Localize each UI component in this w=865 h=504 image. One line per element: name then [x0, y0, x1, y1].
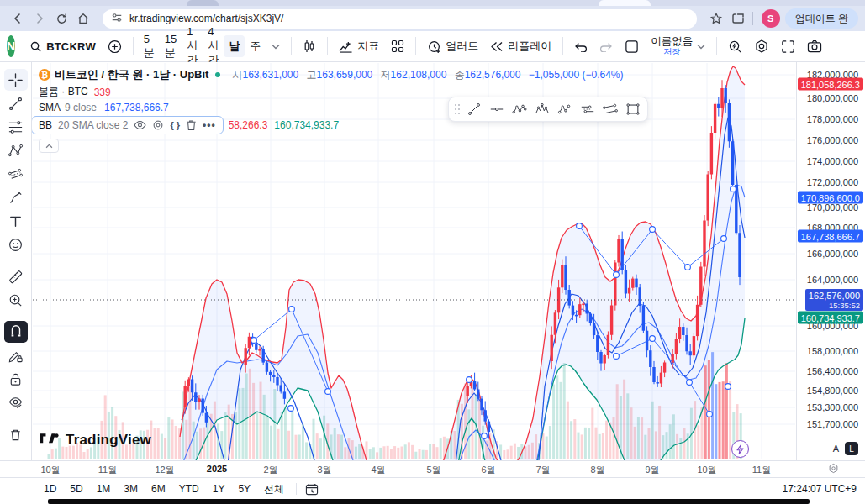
symbol-search-button[interactable]: BTCKRW [24, 37, 102, 56]
price-axis[interactable]: A L 182,000,000180,000,000178,000,000176… [796, 62, 865, 460]
range-전체[interactable]: 전체 [259, 480, 289, 499]
bb-more-icon[interactable]: ••• [203, 119, 216, 131]
time-tick: 3월 [317, 464, 331, 476]
auto-scale-button[interactable]: A [831, 443, 841, 454]
bb-delete-icon[interactable] [186, 119, 197, 131]
horizontal-line-quick-tool[interactable] [485, 98, 508, 120]
price-tick: 176,000,000 [807, 135, 858, 145]
channel-tool[interactable] [4, 163, 28, 185]
quick-search-button[interactable] [722, 36, 748, 57]
tradingview-logo-icon [40, 433, 61, 447]
time-axis[interactable]: 10월11월12월20252월3월4월5월6월7월8월9월10월11월 [0, 460, 865, 477]
trend-line-tool[interactable] [4, 92, 28, 114]
range-1D[interactable]: 1D [39, 480, 61, 497]
chart-style-button[interactable] [297, 36, 322, 56]
range-1Y[interactable]: 1Y [208, 480, 230, 497]
timeframe-주[interactable]: 주 [245, 35, 266, 57]
brush-tool[interactable] [4, 186, 28, 208]
fib-retracement-tool[interactable] [4, 116, 28, 138]
range-3M[interactable]: 3M [119, 480, 143, 497]
elliott-wave-quick-tool[interactable] [530, 98, 553, 120]
bb-visibility-icon[interactable] [134, 120, 146, 130]
range-YTD[interactable]: YTD [174, 480, 204, 497]
emoji-tool[interactable] [4, 234, 28, 255]
lock-all-tool[interactable] [4, 368, 28, 390]
trend-line-quick-tool[interactable] [462, 98, 485, 120]
range-5Y[interactable]: 5Y [233, 480, 256, 497]
legend-collapse-button[interactable] [39, 139, 59, 153]
layout-select-button[interactable] [619, 36, 645, 57]
chart-canvas[interactable]: ₿ 비트코인 / 한국 원 · 1날 · UpBit 시163,631,000 … [32, 62, 796, 460]
fullscreen-button[interactable] [775, 36, 801, 57]
snapshot-button[interactable] [801, 36, 828, 56]
disjoint-channel-quick-tool[interactable] [576, 98, 599, 120]
zoom-in-tool[interactable] [4, 289, 28, 311]
price-tick: 178,000,000 [807, 114, 858, 124]
timezone-clock[interactable]: 17:24:07 UTC+9 [783, 483, 857, 495]
volume-label: 볼륨 · BTC [39, 85, 88, 99]
time-tick: 12월 [155, 464, 174, 476]
timeframe-5분[interactable]: 5분 [139, 29, 160, 64]
bb-settings-icon[interactable] [152, 119, 164, 131]
hide-drawings-tool[interactable] [4, 391, 28, 413]
indicator-price-badge: 181,058,266.3 [798, 78, 863, 91]
update-label: 업데이트 완 [795, 12, 848, 26]
parallel-channel-quick-tool[interactable] [599, 98, 621, 120]
drawing-mode-lock-tool[interactable] [4, 344, 28, 366]
magnet-tool[interactable] [4, 321, 28, 343]
timeframe-날[interactable]: 날 [224, 35, 245, 57]
abcd-pattern-quick-tool[interactable] [553, 98, 576, 120]
side-panel-icon[interactable] [727, 8, 749, 29]
layout-name-button[interactable]: 이름없음 저장 [645, 33, 711, 60]
profile-avatar[interactable]: S [762, 9, 780, 28]
alert-button[interactable]: 얼러트 [421, 35, 484, 57]
tradingview-header: N BTCKRW 5분15분1시간4시간날주 지표 [0, 31, 865, 62]
remove-drawings-tool[interactable] [4, 423, 28, 445]
bb-source-code-icon[interactable]: { } [170, 120, 180, 130]
log-scale-button[interactable]: L [845, 442, 858, 455]
indicators-label: 지표 [357, 39, 379, 54]
last-price-badge: 162,576,00015:35:52 [805, 289, 863, 311]
compare-add-button[interactable] [102, 36, 128, 57]
browser-active-tab[interactable] [599, 0, 651, 6]
symbol-label: BTCKRW [46, 40, 96, 53]
axis-settings-icon[interactable] [828, 463, 839, 475]
range-6M[interactable]: 6M [146, 480, 171, 497]
replay-button[interactable]: 리플레이 [484, 35, 557, 57]
text-tool[interactable] [4, 210, 28, 232]
undo-button[interactable] [568, 38, 593, 55]
fullscreen-icon [781, 39, 795, 54]
bottom-strip [48, 499, 810, 504]
indicators-icon [339, 40, 353, 53]
range-5D[interactable]: 5D [65, 480, 87, 497]
symbol-title[interactable]: 비트코인 / 한국 원 · 1날 · UpBit [55, 67, 208, 82]
candles-icon [303, 39, 316, 53]
bb-upper-value: 58,266.3 [229, 119, 268, 131]
timeframe-dropdown[interactable] [266, 40, 286, 53]
chrome-update-button[interactable]: 업데이트 완 [785, 8, 858, 29]
range-1M[interactable]: 1M [92, 480, 116, 497]
change-value: −1,055,000 (−0.64%) [529, 69, 624, 81]
time-tick: 11월 [752, 464, 771, 476]
timeframe-15분[interactable]: 15분 [160, 29, 182, 64]
pattern-tool[interactable] [4, 139, 28, 161]
browser-tab[interactable] [187, 0, 219, 6]
browser-tab-strip [0, 0, 865, 6]
bookmark-star-icon[interactable] [705, 8, 727, 29]
instant-trading-icon[interactable] [731, 440, 749, 458]
templates-button[interactable] [385, 36, 410, 56]
indicators-button[interactable]: 지표 [333, 35, 385, 57]
sma-params: 9 close [65, 102, 97, 113]
user-menu-avatar[interactable]: N [7, 35, 15, 57]
xabcd-pattern-quick-tool[interactable] [508, 98, 530, 120]
time-tick: 8월 [590, 464, 604, 476]
redo-button[interactable] [593, 38, 619, 55]
gear-icon [754, 39, 769, 54]
crosshair-tool[interactable] [4, 69, 28, 91]
drag-handle-icon[interactable] [452, 98, 462, 120]
go-to-date-icon[interactable] [305, 483, 319, 496]
measure-tool[interactable] [4, 265, 28, 287]
rectangle-quick-tool[interactable] [621, 98, 644, 120]
settings-button[interactable] [748, 35, 775, 57]
price-tick: 180,000,000 [807, 93, 858, 103]
